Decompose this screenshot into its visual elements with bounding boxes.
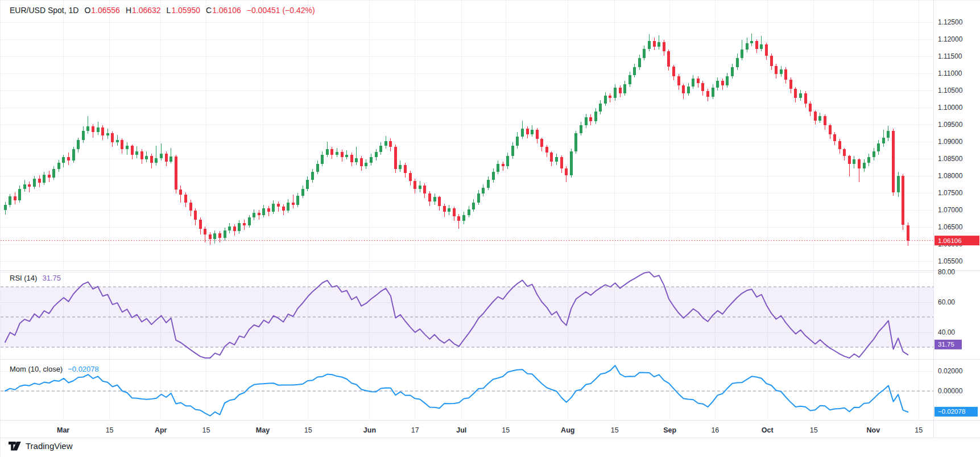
candlestick-series[interactable] — [4, 34, 909, 246]
gridlines — [1, 1, 933, 420]
tradingview-logo-text: TradingView — [26, 441, 73, 451]
svg-text:80.00: 80.00 — [938, 268, 955, 276]
rsi-legend[interactable]: RSI (14) 31.75 — [10, 274, 61, 282]
svg-text:1.10000: 1.10000 — [938, 104, 963, 112]
svg-text:15: 15 — [106, 426, 114, 434]
ohlc-close-value: 1.06106 — [212, 6, 241, 15]
svg-text:0.00000: 0.00000 — [938, 387, 963, 395]
momentum-series[interactable] — [5, 365, 908, 416]
svg-text:1.08500: 1.08500 — [938, 155, 963, 163]
price-axis[interactable]: 1.125001.120001.115001.110001.105001.100… — [938, 18, 963, 265]
svg-text:15: 15 — [810, 426, 818, 434]
time-axis[interactable]: Mar15Apr15May15Jun17Jul15Aug15Sep16Oct15… — [57, 426, 923, 434]
ohlc-high-label: H — [126, 6, 131, 15]
ohlc-low: L1.05950 — [167, 6, 200, 15]
svg-text:1.09000: 1.09000 — [938, 138, 963, 146]
symbol-legend[interactable]: EUR/USD Spot, 1D O1.06556 H1.06632 L1.05… — [10, 6, 315, 15]
svg-text:May: May — [256, 426, 270, 434]
rsi-axis[interactable]: 80.0060.0040.00 — [938, 268, 955, 336]
svg-text:−0.02078: −0.02078 — [938, 408, 965, 415]
svg-text:1.10500: 1.10500 — [938, 87, 963, 94]
svg-text:1.06106: 1.06106 — [938, 237, 962, 244]
last-price-badge: 1.06106 — [934, 236, 979, 245]
svg-text:1.11000: 1.11000 — [938, 69, 962, 77]
ohlc-low-value: 1.05950 — [171, 6, 200, 15]
ohlc-open-label: O — [84, 6, 90, 15]
svg-text:1.12000: 1.12000 — [938, 35, 963, 43]
svg-text:15: 15 — [304, 426, 312, 434]
svg-text:Aug: Aug — [561, 426, 574, 434]
svg-text:0.02000: 0.02000 — [938, 367, 963, 375]
ohlc-low-label: L — [167, 6, 171, 15]
svg-text:1.07000: 1.07000 — [938, 206, 963, 214]
momentum-label[interactable]: Mom (10, close) — [10, 365, 63, 373]
momentum-axis[interactable]: 0.020000.00000 — [938, 367, 963, 395]
svg-text:40.00: 40.00 — [938, 328, 955, 336]
chart-widget: 1.125001.120001.115001.110001.105001.100… — [0, 0, 980, 457]
svg-text:1.06500: 1.06500 — [938, 223, 963, 231]
ohlc-open: O1.06556 — [84, 6, 120, 15]
tradingview-attribution[interactable]: TradingView — [9, 441, 73, 451]
ohlc-open-value: 1.06556 — [91, 6, 120, 15]
ohlc-close: C1.06106 — [206, 6, 241, 15]
svg-text:Jul: Jul — [456, 426, 466, 434]
rsi-value: 31.75 — [42, 274, 61, 282]
svg-text:Apr: Apr — [155, 426, 167, 434]
momentum-value-badge: −0.02078 — [934, 407, 978, 417]
rsi-value-badge: 31.75 — [934, 340, 962, 349]
ohlc-high-value: 1.06632 — [132, 6, 161, 15]
svg-text:Nov: Nov — [867, 426, 880, 434]
ohlc-high: H1.06632 — [126, 6, 161, 15]
svg-text:60.00: 60.00 — [938, 298, 955, 306]
momentum-legend[interactable]: Mom (10, close) −0.02078 — [10, 365, 99, 373]
svg-text:Oct: Oct — [762, 426, 774, 434]
svg-text:15: 15 — [202, 426, 210, 434]
svg-text:15: 15 — [915, 426, 923, 434]
momentum-value: −0.02078 — [68, 365, 99, 373]
chart-canvas[interactable]: 1.125001.120001.115001.110001.105001.100… — [1, 1, 980, 457]
svg-text:31.75: 31.75 — [938, 341, 954, 348]
tradingview-logo-icon — [9, 442, 22, 451]
svg-text:1.12500: 1.12500 — [938, 18, 963, 26]
svg-text:16: 16 — [711, 426, 719, 434]
svg-text:1.05500: 1.05500 — [938, 257, 963, 265]
svg-text:1.09500: 1.09500 — [938, 121, 963, 129]
rsi-band — [1, 287, 933, 347]
svg-text:Jun: Jun — [363, 426, 376, 434]
svg-text:1.07500: 1.07500 — [938, 189, 963, 197]
pane-separators — [1, 1, 980, 438]
symbol-title[interactable]: EUR/USD Spot, 1D — [10, 6, 78, 15]
svg-text:15: 15 — [611, 426, 619, 434]
svg-text:1.08000: 1.08000 — [938, 172, 963, 180]
svg-text:17: 17 — [411, 426, 419, 434]
rsi-label[interactable]: RSI (14) — [10, 274, 37, 282]
change-value: −0.00451 (−0.42%) — [247, 6, 315, 15]
svg-text:1.11500: 1.11500 — [938, 52, 962, 60]
svg-text:Mar: Mar — [57, 426, 69, 434]
ohlc-close-label: C — [206, 6, 212, 15]
svg-text:15: 15 — [502, 426, 510, 434]
svg-text:Sep: Sep — [663, 426, 676, 434]
